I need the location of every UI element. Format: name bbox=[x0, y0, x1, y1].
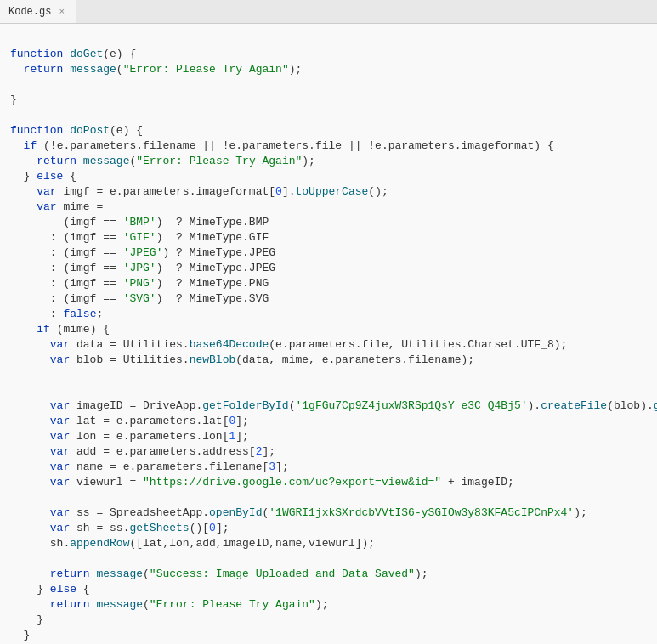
code-token: : (imgf == bbox=[10, 246, 123, 259]
code-token: var bbox=[50, 460, 70, 473]
code-line: : false; bbox=[0, 308, 657, 323]
code-token: ]; bbox=[275, 460, 289, 473]
code-area: function doGet(e) { return message("Erro… bbox=[0, 24, 657, 644]
code-token: (data, mime, e.parameters.filename); bbox=[235, 353, 474, 366]
code-token: ); bbox=[415, 568, 428, 580]
code-token: toUpperCase bbox=[296, 185, 369, 198]
code-token: var bbox=[50, 506, 70, 519]
code-token: ? MimeType.BMP bbox=[162, 216, 269, 229]
code-token: ()[ bbox=[190, 522, 209, 534]
code-token: ); bbox=[315, 598, 329, 611]
code-token bbox=[10, 170, 24, 183]
code-token bbox=[10, 598, 50, 611]
code-token: : bbox=[10, 308, 63, 320]
code-line: return message("Error: Please Try Again"… bbox=[0, 155, 657, 170]
code-token: (imgf == bbox=[10, 216, 123, 229]
code-line: function doGet(e) { bbox=[0, 48, 657, 63]
code-token bbox=[10, 445, 50, 458]
code-token bbox=[90, 568, 97, 580]
tab-bar: Kode.gs × bbox=[0, 0, 657, 24]
code-line: var mime = bbox=[0, 201, 657, 216]
code-token: ). bbox=[528, 399, 541, 412]
code-token: var bbox=[50, 338, 70, 351]
code-token: var bbox=[50, 430, 70, 443]
code-token: + imageID; bbox=[441, 476, 514, 489]
code-token bbox=[10, 430, 50, 443]
code-token bbox=[10, 460, 50, 473]
code-token: message bbox=[96, 568, 143, 580]
code-token: openById bbox=[209, 506, 262, 519]
code-token: else bbox=[50, 583, 76, 596]
code-token: blob = Utilities. bbox=[70, 353, 189, 366]
code-line: } bbox=[0, 629, 657, 644]
code-token: imgf = e.parameters.imageformat[ bbox=[57, 185, 275, 198]
code-token: (!e.parameters.filename || !e.parameters… bbox=[43, 139, 554, 152]
code-token: viewurl = bbox=[70, 476, 143, 489]
code-token: ); bbox=[289, 63, 303, 76]
code-token: else bbox=[37, 170, 63, 183]
code-line: : (imgf == 'PNG') ? MimeType.PNG bbox=[0, 277, 657, 292]
code-token: ) bbox=[156, 262, 163, 274]
tab-kode-gs[interactable]: Kode.gs × bbox=[0, 0, 76, 23]
code-token: (); bbox=[368, 185, 388, 198]
code-token: ? MimeType.GIF bbox=[162, 231, 269, 244]
code-token: getFolderById bbox=[202, 399, 288, 412]
code-token: ); bbox=[574, 506, 587, 519]
code-token: ([lat,lon,add,imageID,name,viewurl]); bbox=[129, 537, 375, 550]
code-token bbox=[10, 139, 24, 152]
code-line: } else { bbox=[0, 583, 657, 598]
code-token: ? MimeType.JPEG bbox=[162, 262, 275, 274]
code-token bbox=[76, 155, 83, 167]
code-token: sh. bbox=[10, 537, 70, 550]
code-token bbox=[10, 629, 24, 641]
code-token: lat = e.parameters.lat[ bbox=[70, 415, 229, 427]
code-token: (blob). bbox=[607, 399, 654, 412]
code-token bbox=[10, 185, 37, 198]
code-token: "https://drive.google.com/uc?export=view… bbox=[143, 476, 441, 489]
code-token: ? MimeType.SVG bbox=[162, 292, 269, 305]
code-line bbox=[0, 552, 657, 568]
code-token bbox=[10, 522, 50, 534]
code-token: : (imgf == bbox=[10, 292, 123, 305]
code-token: var bbox=[37, 185, 56, 198]
code-token: ss = SpreadsheetApp. bbox=[70, 506, 209, 519]
code-token: 'BMP' bbox=[123, 216, 156, 229]
code-token: name = e.parameters.filename[ bbox=[70, 460, 269, 473]
code-token: ) bbox=[156, 231, 163, 244]
code-line: function doPost(e) { bbox=[0, 124, 657, 139]
code-token: 0 bbox=[275, 185, 282, 198]
code-token: var bbox=[37, 201, 56, 213]
code-token bbox=[10, 568, 50, 580]
code-token: ]; bbox=[235, 430, 249, 443]
code-token: ? MimeType.JPEG bbox=[169, 246, 275, 259]
code-line: var ss = SpreadsheetApp.openById('1WGRI1… bbox=[0, 506, 657, 522]
code-token: "Success: Image Uploaded and Data Saved" bbox=[150, 568, 415, 580]
code-token: var bbox=[50, 415, 70, 427]
code-token: { bbox=[63, 170, 76, 183]
code-token: var bbox=[50, 445, 70, 458]
code-token: ]; bbox=[262, 445, 275, 458]
code-line: } else { bbox=[0, 170, 657, 185]
code-token: (e.parameters.file, Utilities.Charset.UT… bbox=[269, 338, 567, 351]
code-token: data = Utilities. bbox=[70, 338, 189, 351]
code-token: ? MimeType.PNG bbox=[162, 277, 269, 290]
code-token: } bbox=[24, 629, 31, 641]
code-token: 'JPG' bbox=[123, 262, 156, 274]
code-token: ) bbox=[156, 216, 163, 229]
code-token: return bbox=[37, 155, 76, 167]
code-token: var bbox=[50, 399, 70, 412]
code-line: if (mime) { bbox=[0, 323, 657, 338]
code-line: } bbox=[0, 93, 657, 109]
tab-close-icon[interactable]: × bbox=[56, 6, 67, 18]
code-line: return message("Error: Please Try Again"… bbox=[0, 598, 657, 613]
code-token: 2 bbox=[256, 445, 263, 458]
code-token: "Error: Please Try Again" bbox=[150, 598, 315, 611]
code-line: : (imgf == 'GIF') ? MimeType.GIF bbox=[0, 231, 657, 246]
code-token: ]. bbox=[282, 185, 296, 198]
code-token bbox=[10, 583, 37, 596]
code-token: ) bbox=[162, 246, 169, 259]
code-token: } bbox=[37, 613, 43, 626]
code-token: ) bbox=[156, 292, 163, 305]
code-token: : (imgf == bbox=[10, 262, 123, 274]
code-token: (e) { bbox=[103, 48, 136, 60]
